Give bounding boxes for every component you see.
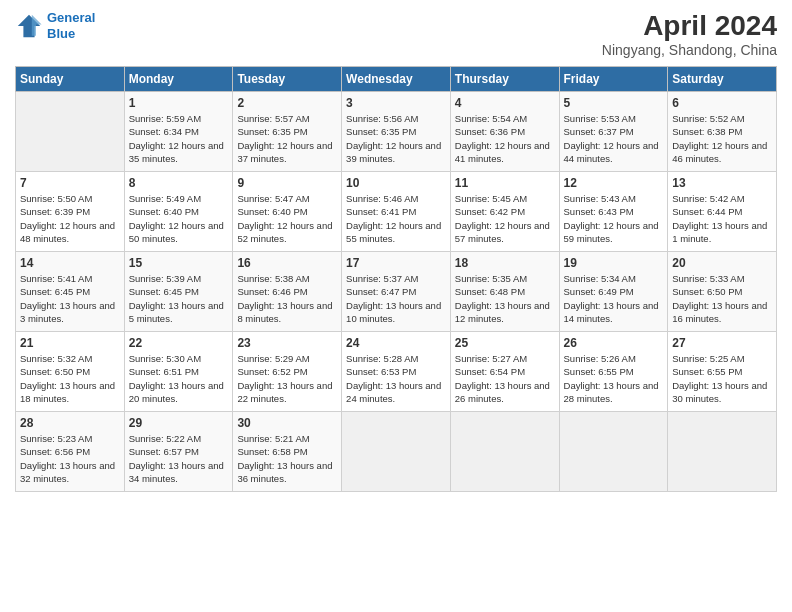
sunrise-text: Sunrise: 5:34 AM — [564, 273, 636, 284]
calendar-body: 1Sunrise: 5:59 AMSunset: 6:34 PMDaylight… — [16, 92, 777, 492]
sunset-text: Sunset: 6:55 PM — [564, 366, 634, 377]
calendar-header: Sunday Monday Tuesday Wednesday Thursday… — [16, 67, 777, 92]
cell-info: Sunrise: 5:57 AMSunset: 6:35 PMDaylight:… — [237, 112, 337, 165]
calendar-cell-w2-d3: 9Sunrise: 5:47 AMSunset: 6:40 PMDaylight… — [233, 172, 342, 252]
sunrise-text: Sunrise: 5:30 AM — [129, 353, 201, 364]
sunrise-text: Sunrise: 5:59 AM — [129, 113, 201, 124]
daylight-text: Daylight: 13 hours and 28 minutes. — [564, 380, 659, 404]
daylight-text: Daylight: 13 hours and 3 minutes. — [20, 300, 115, 324]
sunset-text: Sunset: 6:41 PM — [346, 206, 416, 217]
day-number: 16 — [237, 256, 337, 270]
calendar-week-1: 1Sunrise: 5:59 AMSunset: 6:34 PMDaylight… — [16, 92, 777, 172]
sunrise-text: Sunrise: 5:29 AM — [237, 353, 309, 364]
sunset-text: Sunset: 6:35 PM — [346, 126, 416, 137]
sunrise-text: Sunrise: 5:39 AM — [129, 273, 201, 284]
sunset-text: Sunset: 6:53 PM — [346, 366, 416, 377]
calendar-cell-w1-d3: 2Sunrise: 5:57 AMSunset: 6:35 PMDaylight… — [233, 92, 342, 172]
sunrise-text: Sunrise: 5:47 AM — [237, 193, 309, 204]
cell-info: Sunrise: 5:59 AMSunset: 6:34 PMDaylight:… — [129, 112, 229, 165]
sunrise-text: Sunrise: 5:45 AM — [455, 193, 527, 204]
sunset-text: Sunset: 6:56 PM — [20, 446, 90, 457]
calendar-cell-w4-d1: 21Sunrise: 5:32 AMSunset: 6:50 PMDayligh… — [16, 332, 125, 412]
calendar-cell-w5-d6 — [559, 412, 668, 492]
calendar-cell-w3-d4: 17Sunrise: 5:37 AMSunset: 6:47 PMDayligh… — [342, 252, 451, 332]
cell-info: Sunrise: 5:46 AMSunset: 6:41 PMDaylight:… — [346, 192, 446, 245]
daylight-text: Daylight: 13 hours and 10 minutes. — [346, 300, 441, 324]
sunrise-text: Sunrise: 5:50 AM — [20, 193, 92, 204]
calendar-cell-w3-d6: 19Sunrise: 5:34 AMSunset: 6:49 PMDayligh… — [559, 252, 668, 332]
calendar-table: Sunday Monday Tuesday Wednesday Thursday… — [15, 66, 777, 492]
daylight-text: Daylight: 12 hours and 39 minutes. — [346, 140, 441, 164]
day-number: 19 — [564, 256, 664, 270]
sunrise-text: Sunrise: 5:46 AM — [346, 193, 418, 204]
svg-marker-0 — [18, 14, 40, 36]
cell-info: Sunrise: 5:35 AMSunset: 6:48 PMDaylight:… — [455, 272, 555, 325]
cell-info: Sunrise: 5:42 AMSunset: 6:44 PMDaylight:… — [672, 192, 772, 245]
calendar-cell-w2-d2: 8Sunrise: 5:49 AMSunset: 6:40 PMDaylight… — [124, 172, 233, 252]
day-number: 9 — [237, 176, 337, 190]
sunset-text: Sunset: 6:50 PM — [20, 366, 90, 377]
calendar-cell-w2-d5: 11Sunrise: 5:45 AMSunset: 6:42 PMDayligh… — [450, 172, 559, 252]
daylight-text: Daylight: 13 hours and 30 minutes. — [672, 380, 767, 404]
sunset-text: Sunset: 6:42 PM — [455, 206, 525, 217]
calendar-cell-w5-d1: 28Sunrise: 5:23 AMSunset: 6:56 PMDayligh… — [16, 412, 125, 492]
calendar-cell-w2-d1: 7Sunrise: 5:50 AMSunset: 6:39 PMDaylight… — [16, 172, 125, 252]
logo-general: General — [47, 10, 95, 25]
cell-info: Sunrise: 5:56 AMSunset: 6:35 PMDaylight:… — [346, 112, 446, 165]
sunrise-text: Sunrise: 5:25 AM — [672, 353, 744, 364]
weekday-header-row: Sunday Monday Tuesday Wednesday Thursday… — [16, 67, 777, 92]
cell-info: Sunrise: 5:32 AMSunset: 6:50 PMDaylight:… — [20, 352, 120, 405]
sunrise-text: Sunrise: 5:23 AM — [20, 433, 92, 444]
calendar-cell-w5-d4 — [342, 412, 451, 492]
day-number: 8 — [129, 176, 229, 190]
sunrise-text: Sunrise: 5:52 AM — [672, 113, 744, 124]
day-number: 10 — [346, 176, 446, 190]
page-container: General Blue April 2024 Ningyang, Shando… — [0, 0, 792, 502]
cell-info: Sunrise: 5:37 AMSunset: 6:47 PMDaylight:… — [346, 272, 446, 325]
cell-info: Sunrise: 5:29 AMSunset: 6:52 PMDaylight:… — [237, 352, 337, 405]
sunrise-text: Sunrise: 5:26 AM — [564, 353, 636, 364]
daylight-text: Daylight: 13 hours and 24 minutes. — [346, 380, 441, 404]
daylight-text: Daylight: 13 hours and 5 minutes. — [129, 300, 224, 324]
sunrise-text: Sunrise: 5:56 AM — [346, 113, 418, 124]
daylight-text: Daylight: 13 hours and 16 minutes. — [672, 300, 767, 324]
calendar-cell-w1-d4: 3Sunrise: 5:56 AMSunset: 6:35 PMDaylight… — [342, 92, 451, 172]
day-number: 2 — [237, 96, 337, 110]
header-sunday: Sunday — [16, 67, 125, 92]
calendar-cell-w2-d6: 12Sunrise: 5:43 AMSunset: 6:43 PMDayligh… — [559, 172, 668, 252]
cell-info: Sunrise: 5:38 AMSunset: 6:46 PMDaylight:… — [237, 272, 337, 325]
sunset-text: Sunset: 6:57 PM — [129, 446, 199, 457]
sunset-text: Sunset: 6:52 PM — [237, 366, 307, 377]
sunset-text: Sunset: 6:54 PM — [455, 366, 525, 377]
sunset-text: Sunset: 6:55 PM — [672, 366, 742, 377]
cell-info: Sunrise: 5:23 AMSunset: 6:56 PMDaylight:… — [20, 432, 120, 485]
day-number: 1 — [129, 96, 229, 110]
day-number: 27 — [672, 336, 772, 350]
cell-info: Sunrise: 5:39 AMSunset: 6:45 PMDaylight:… — [129, 272, 229, 325]
day-number: 28 — [20, 416, 120, 430]
sunset-text: Sunset: 6:46 PM — [237, 286, 307, 297]
cell-info: Sunrise: 5:30 AMSunset: 6:51 PMDaylight:… — [129, 352, 229, 405]
sunset-text: Sunset: 6:36 PM — [455, 126, 525, 137]
sunset-text: Sunset: 6:37 PM — [564, 126, 634, 137]
daylight-text: Daylight: 13 hours and 1 minute. — [672, 220, 767, 244]
logo-blue: Blue — [47, 26, 75, 41]
sunset-text: Sunset: 6:39 PM — [20, 206, 90, 217]
calendar-cell-w4-d7: 27Sunrise: 5:25 AMSunset: 6:55 PMDayligh… — [668, 332, 777, 412]
daylight-text: Daylight: 12 hours and 50 minutes. — [129, 220, 224, 244]
cell-info: Sunrise: 5:45 AMSunset: 6:42 PMDaylight:… — [455, 192, 555, 245]
calendar-week-4: 21Sunrise: 5:32 AMSunset: 6:50 PMDayligh… — [16, 332, 777, 412]
sunset-text: Sunset: 6:40 PM — [237, 206, 307, 217]
daylight-text: Daylight: 12 hours and 52 minutes. — [237, 220, 332, 244]
day-number: 29 — [129, 416, 229, 430]
day-number: 26 — [564, 336, 664, 350]
calendar-cell-w1-d2: 1Sunrise: 5:59 AMSunset: 6:34 PMDaylight… — [124, 92, 233, 172]
cell-info: Sunrise: 5:50 AMSunset: 6:39 PMDaylight:… — [20, 192, 120, 245]
sunset-text: Sunset: 6:47 PM — [346, 286, 416, 297]
calendar-cell-w3-d1: 14Sunrise: 5:41 AMSunset: 6:45 PMDayligh… — [16, 252, 125, 332]
cell-info: Sunrise: 5:52 AMSunset: 6:38 PMDaylight:… — [672, 112, 772, 165]
sunrise-text: Sunrise: 5:43 AM — [564, 193, 636, 204]
sunrise-text: Sunrise: 5:54 AM — [455, 113, 527, 124]
cell-info: Sunrise: 5:53 AMSunset: 6:37 PMDaylight:… — [564, 112, 664, 165]
day-number: 4 — [455, 96, 555, 110]
